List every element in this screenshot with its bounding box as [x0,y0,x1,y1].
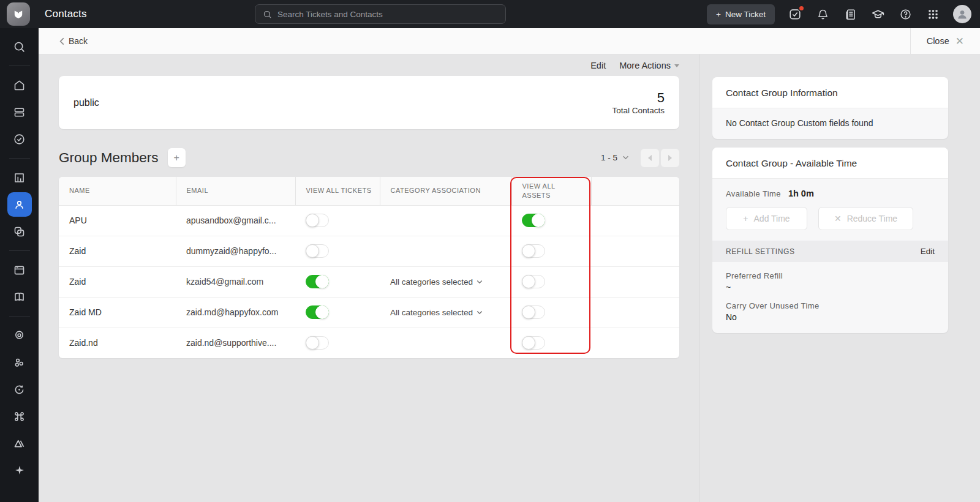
toggle-knob [532,214,545,227]
academy-icon[interactable] [870,7,885,21]
apps-grid-icon[interactable] [925,7,940,21]
ai-mountain-icon[interactable] [7,431,32,455]
group-members-header: Group Members + 1 - 5 [59,148,679,167]
main-column: Edit More Actions public 5 Total Contact… [39,54,699,502]
global-search-input[interactable]: Search Tickets and Contacts [255,4,506,24]
contact-groups-icon[interactable] [7,219,32,244]
view-all-tickets-toggle[interactable] [306,275,329,288]
available-time-value: 1h 0m [788,189,814,198]
tickets-icon[interactable] [7,100,32,124]
divider [9,250,30,251]
detail-toolbar: Back Close ✕ [39,28,980,54]
content-area: Edit More Actions public 5 Total Contact… [39,54,980,502]
view-all-assets-toggle[interactable] [522,244,545,258]
field-label: Preferred Refill [726,271,935,280]
search-placeholder: Search Tickets and Contacts [277,10,383,19]
more-actions-button[interactable]: More Actions [619,61,679,70]
view-all-tickets-toggle[interactable] [306,336,329,350]
tasks-reminder-icon[interactable] [788,7,802,21]
cell-name: Zaid [59,266,176,297]
view-all-assets-toggle[interactable] [522,336,545,350]
toggle-knob [306,214,319,227]
add-member-button[interactable]: + [168,148,186,167]
view-all-tickets-toggle[interactable] [306,244,329,258]
notifications-bell-icon[interactable] [815,7,830,21]
assets-icon[interactable] [7,258,32,282]
info-card-title: Contact Group Information [712,77,948,108]
category-association-select[interactable]: All categories selected [390,308,505,317]
view-all-tickets-toggle[interactable] [306,214,329,227]
left-navigation [0,28,39,502]
page-range-select[interactable]: 1 - 5 [601,153,629,162]
contacts-icon[interactable] [7,192,32,217]
help-icon[interactable] [898,7,913,21]
whats-new-icon[interactable] [843,7,858,21]
group-members-title: Group Members [59,150,159,166]
search-icon[interactable] [7,34,32,59]
group-summary-card: public 5 Total Contacts [59,76,679,129]
view-all-assets-toggle[interactable] [522,305,545,319]
column-header-email: EMAIL [176,177,295,205]
add-time-button[interactable]: + Add Time [726,207,807,230]
group-actions: Edit More Actions [59,61,679,70]
column-header-view-all-assets: VIEW ALL ASSETS [511,177,591,205]
field-value: ~ [726,282,935,292]
view-all-assets-toggle[interactable] [522,275,545,288]
reduce-time-label: Reduce Time [847,214,897,223]
cell-name: APU [59,205,176,236]
close-button[interactable]: Close ✕ [910,28,980,54]
cell-email: apusandbox@gmail.c... [176,205,295,236]
home-icon[interactable] [7,73,32,97]
table-header-row: NAME EMAIL VIEW ALL TICKETS CATEGORY ASS… [59,177,679,205]
cell-spacer [591,236,679,266]
edit-group-button[interactable]: Edit [590,61,606,70]
sparkle-icon[interactable] [7,458,32,482]
cell-name: Zaid MD [59,297,176,328]
table-row: Zaid kzaid54@gmail.com All categories se… [59,266,679,297]
view-all-assets-toggle[interactable] [522,214,545,227]
category-association-select[interactable]: All categories selected [390,277,505,287]
category-association-value: All categories selected [390,277,473,287]
carry-over-field: Carry Over Unused Time No [726,292,935,322]
prev-page-button[interactable] [641,149,659,167]
cell-name: Zaid [59,236,176,266]
happyfox-logo-icon[interactable] [7,2,30,26]
topbar: Contacts Search Tickets and Contacts + N… [0,0,980,28]
new-ticket-button[interactable]: + New Ticket [707,4,775,24]
category-association-value: All categories selected [390,308,473,317]
preferred-refill-field: Preferred Refill ~ [726,262,935,292]
column-header-spacer [591,177,679,205]
right-panel: Contact Group Information No Contact Gro… [699,54,980,502]
tasks-check-icon[interactable] [7,127,32,151]
back-button[interactable]: Back [59,36,88,46]
settings-gear-icon[interactable] [7,323,32,348]
toggle-knob [306,336,319,350]
user-avatar[interactable] [953,5,971,23]
table-row: Zaid.nd zaid.nd@supporthive.... [59,328,679,358]
knowledge-base-icon[interactable] [7,285,32,309]
available-time-label: Available Time [726,189,781,198]
toggle-knob [522,336,535,350]
group-name: public [74,97,99,108]
reports-icon[interactable] [7,165,32,190]
new-ticket-label: New Ticket [725,10,766,19]
integrations-icon[interactable] [7,350,32,375]
automations-icon[interactable] [7,377,32,402]
table-row: Zaid dummyzaid@happyfo... [59,236,679,266]
column-header-category-association: CATEGORY ASSOCIATION [380,177,511,205]
add-time-label: Add Time [754,214,790,223]
total-contacts-label: Total Contacts [612,106,665,115]
cell-spacer [591,205,679,236]
view-all-tickets-toggle[interactable] [306,305,329,319]
cell-spacer [591,266,679,297]
refill-edit-button[interactable]: Edit [921,247,935,256]
column-header-view-all-tickets: VIEW ALL TICKETS [295,177,380,205]
command-icon[interactable] [7,404,32,429]
next-page-button[interactable] [661,149,679,167]
members-table: NAME EMAIL VIEW ALL TICKETS CATEGORY ASS… [59,177,679,358]
cell-email: zaid.md@happyfox.com [176,297,295,328]
chevron-down-icon [477,310,483,315]
reduce-time-button[interactable]: ✕ Reduce Time [818,207,913,230]
more-actions-label: More Actions [619,61,671,70]
time-card-title: Contact Group - Available Time [712,148,948,179]
